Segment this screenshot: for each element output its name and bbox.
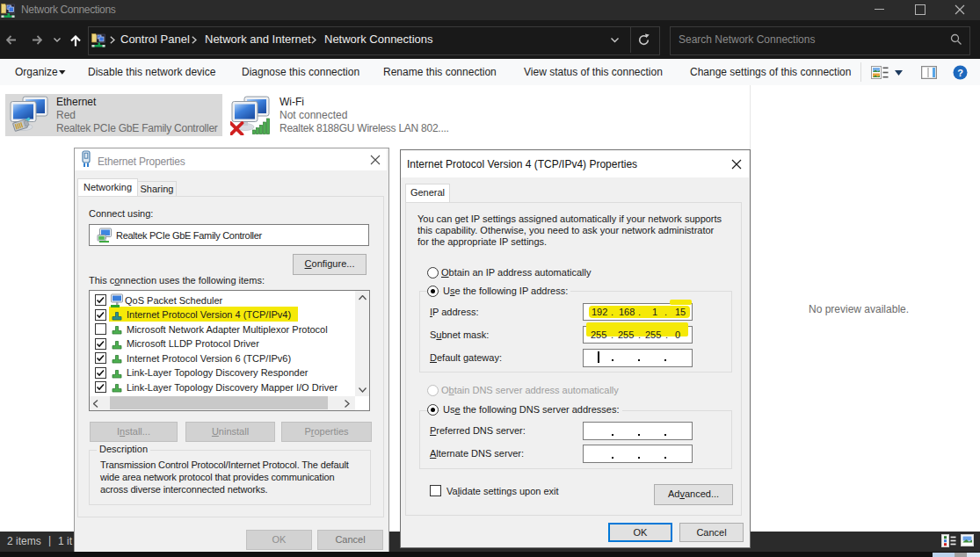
svg-text:?: ? xyxy=(957,68,963,78)
